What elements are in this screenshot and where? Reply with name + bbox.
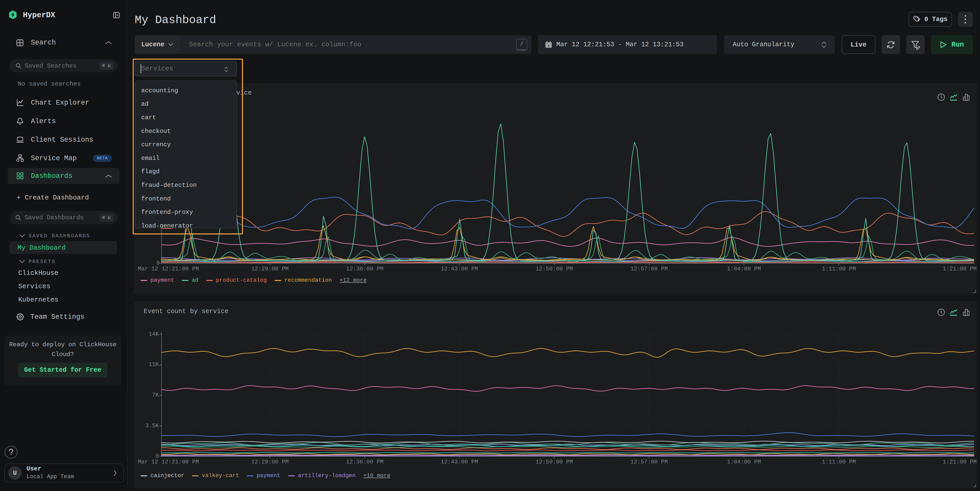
svg-text:1: 1 (547, 44, 550, 48)
